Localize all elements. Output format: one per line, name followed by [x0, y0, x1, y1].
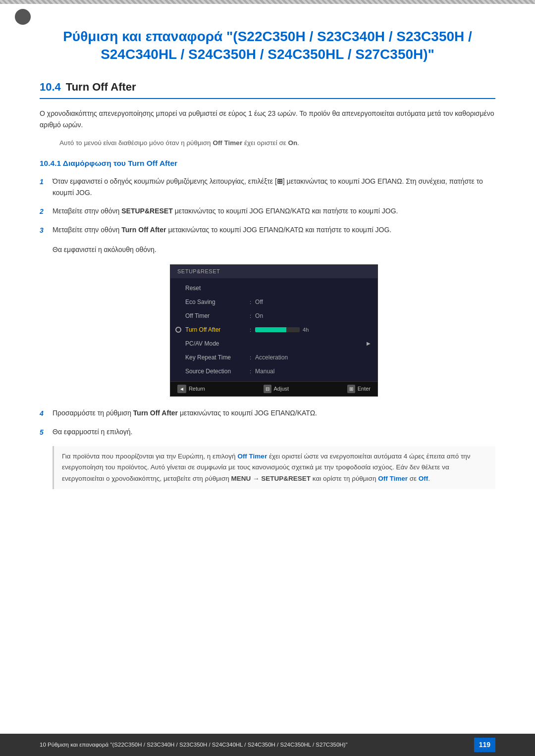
page-number: 119	[474, 738, 495, 752]
progress-fill	[255, 327, 286, 332]
chapter-indicator	[15, 9, 31, 25]
osd-label: Eco Saving	[185, 298, 250, 306]
enter-label: Enter	[358, 385, 371, 393]
footer-adjust: ⊟ Adjust	[264, 385, 289, 393]
osd-row-pcavmode: PC/AV Mode ▶	[170, 337, 377, 351]
body-paragraph: Ο χρονοδιακόπτης απενεργοποίησης μπορεί …	[40, 108, 495, 131]
osd-label: Off Timer	[185, 311, 250, 320]
step-text: Όταν εμφανιστεί ο οδηγός κουμπιών ρυθμιζ…	[53, 176, 495, 199]
progress-bar	[255, 327, 300, 332]
osd-separator: :	[250, 312, 251, 320]
steps-list-2: 4 Προσαρμόστε τη ρύθμιση Turn Off After …	[40, 407, 495, 438]
osd-row-keyrepeat: Key Repeat Time : Acceleration	[170, 351, 377, 364]
main-title: Ρύθμιση και επαναφορά "(S22C350H / S23C3…	[40, 28, 495, 64]
return-icon: ◄	[177, 385, 186, 393]
step-number: 1	[40, 176, 48, 188]
step-number: 5	[40, 427, 48, 438]
footer-return: ◄ Return	[177, 385, 205, 393]
osd-label: Reset	[185, 284, 250, 293]
osd-value: Acceleration	[255, 353, 288, 362]
osd-row-ecosaving: Eco Saving : Off	[170, 295, 377, 309]
osd-row-offtimer: Off Timer : On	[170, 309, 377, 323]
sub-section-title: Διαμόρφωση του Turn Off After	[63, 159, 177, 167]
step-text: Μεταβείτε στην οθόνη Turn Off After μετα…	[53, 224, 495, 236]
osd-body: Reset Eco Saving : Off Off Timer : On Tu…	[170, 278, 377, 381]
steps-list: 1 Όταν εμφανιστεί ο οδηγός κουμπιών ρυθμ…	[40, 176, 495, 236]
osd-label: Turn Off After	[185, 325, 250, 334]
progress-bar-area: 4h	[255, 326, 309, 334]
final-note-text: Για προϊόντα που προορίζονται για την Ευ…	[62, 451, 487, 484]
osd-header: SETUP&RESET	[170, 265, 377, 278]
step-text: Μεταβείτε στην οθόνη SETUP&RESET μετακιν…	[53, 205, 495, 217]
osd-label: Source Detection	[185, 367, 250, 376]
sub-section-heading: 10.4.1 Διαμόρφωση του Turn Off After	[40, 157, 495, 169]
gear-icon	[175, 327, 181, 333]
section-title: Turn Off After	[66, 79, 136, 95]
progress-value: 4h	[303, 326, 309, 334]
osd-label: PC/AV Mode	[185, 339, 250, 348]
section-number: 10.4	[40, 79, 61, 95]
list-item: 1 Όταν εμφανιστεί ο οδηγός κουμπιών ρυθμ…	[40, 176, 495, 199]
osd-row-reset: Reset	[170, 281, 377, 295]
list-item: 2 Μεταβείτε στην οθόνη SETUP&RESET μετακ…	[40, 205, 495, 217]
list-item: 5 Θα εφαρμοστεί η επιλογή.	[40, 426, 495, 438]
osd-separator: :	[250, 367, 251, 376]
osd-separator: :	[250, 353, 251, 362]
note-text: Αυτό το μενού είναι διαθέσιμο μόνο όταν …	[59, 138, 495, 149]
return-label: Return	[189, 385, 205, 393]
osd-separator: :	[250, 326, 251, 334]
adjust-icon: ⊟	[264, 385, 271, 393]
sub-section-number: 10.4.1	[40, 159, 61, 167]
step-number: 3	[40, 225, 48, 236]
adjust-label: Adjust	[274, 385, 289, 393]
step-number: 2	[40, 206, 48, 217]
osd-separator: :	[250, 298, 251, 306]
step-text: Προσαρμόστε τη ρύθμιση Turn Off After με…	[53, 407, 495, 419]
page-footer: 10 Ρύθμιση και επαναφορά "(S22C350H / S2…	[0, 734, 535, 756]
osd-label: Key Repeat Time	[185, 353, 250, 362]
osd-row-turnoffafter: Turn Off After : 4h	[170, 323, 377, 337]
arrow-right-icon: ▶	[367, 340, 371, 347]
top-stripe	[0, 0, 535, 4]
final-note: Για προϊόντα που προορίζονται για την Ευ…	[53, 446, 495, 489]
osd-value: Manual	[255, 367, 274, 376]
list-item: 3 Μεταβείτε στην οθόνη Turn Off After με…	[40, 224, 495, 236]
step-number: 4	[40, 408, 48, 419]
footer-enter: ⊞ Enter	[347, 385, 371, 393]
screenshot-label: Θα εμφανιστεί η ακόλουθη οθόνη.	[53, 244, 495, 255]
osd-value: Off	[255, 298, 263, 306]
osd-value: On	[255, 311, 263, 320]
enter-icon: ⊞	[347, 385, 355, 393]
section-heading: 10.4 Turn Off After	[40, 79, 495, 99]
screenshot-container: SETUP&RESET Reset Eco Saving : Off Off T…	[53, 264, 495, 397]
osd-display: SETUP&RESET Reset Eco Saving : Off Off T…	[170, 264, 378, 397]
step-text: Θα εφαρμοστεί η επιλογή.	[53, 426, 495, 438]
osd-footer: ◄ Return ⊟ Adjust ⊞ Enter	[170, 381, 377, 396]
list-item: 4 Προσαρμόστε τη ρύθμιση Turn Off After …	[40, 407, 495, 419]
osd-row-sourcedetection: Source Detection : Manual	[170, 364, 377, 378]
footer-text: 10 Ρύθμιση και επαναφορά "(S22C350H / S2…	[40, 741, 348, 749]
